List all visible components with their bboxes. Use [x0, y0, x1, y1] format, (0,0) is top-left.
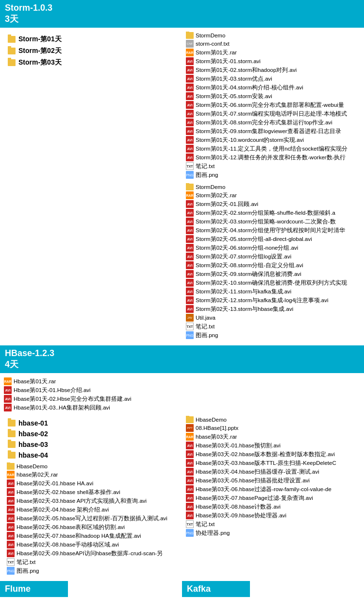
list-item[interactable]: TXT笔记.txt	[185, 162, 361, 171]
txt-icon: TXT	[186, 323, 194, 330]
list-item[interactable]: RARHbase第01天.rar	[3, 377, 361, 386]
list-item[interactable]: AVIStorm第01天-07.storm编程实现电话呼叫日志处理-本地模式	[185, 109, 361, 118]
file-label: Storm第02天-10.storm确保消息被消费-使用双列列方式实现	[196, 279, 347, 287]
list-item[interactable]: HbaseDemo	[6, 462, 176, 470]
list-item[interactable]: AVIStorm第02天-02.storm分组策略-shuffle-field-…	[185, 208, 361, 217]
list-item[interactable]: PPT08.HBase[1].pptx	[185, 424, 361, 432]
avi-icon: AVI	[186, 154, 194, 161]
avi-icon: AVI	[186, 145, 194, 153]
list-item[interactable]: AVIHbase第03天-03.hbase版本TTL-原生扫描-KeepDele…	[185, 459, 361, 467]
list-item[interactable]: AVIStorm第02天-03.storm分组策略-wordcount-二次聚合…	[185, 217, 361, 226]
list-item[interactable]: AVIHbase第02天-04.hbase 架构介绍.avi	[6, 505, 176, 514]
list-item[interactable]: AVIHbase第03天-02.hbase版本数据-检查时版本数指定.avi	[185, 450, 361, 459]
list-item[interactable]: AVIHbase第03天-01.hbase预切割.avi	[185, 441, 361, 450]
sidebar-item-hbase02[interactable]: hbase-02	[3, 428, 179, 439]
list-item[interactable]: AVIStorm第02天-04.storm分组使用守护线程按时间片定时清华	[185, 226, 361, 235]
conf-icon: CNF	[186, 40, 194, 48]
list-item[interactable]: AVIStorm第02天-11.storm与kafka集成.avi	[185, 287, 361, 296]
list-item[interactable]: AVIStorm第02天-05.storm分组-all-direct-globa…	[185, 235, 361, 243]
list-item[interactable]: AVIStorm第02天-12.storm与kafka集成-log4j注意事项.…	[185, 296, 361, 305]
list-item[interactable]: RARStorm第02天.rar	[185, 191, 361, 200]
list-item[interactable]: JAVUtil.java	[185, 313, 361, 322]
list-item[interactable]: CNFstorm-conf.txt	[185, 39, 361, 48]
pptx-icon: PPT	[186, 424, 194, 432]
file-label: Hbase第02天-01.hbase HA.avi	[17, 480, 93, 487]
file-label: Storm第01天-02.storm和hadoop对列.avi	[196, 67, 297, 74]
folder-icon	[186, 32, 194, 39]
list-item[interactable]: AVIHbase第03天-07.hbasePage过滤-复杂查询.avi	[185, 494, 361, 502]
list-item[interactable]: AVIHbase第02天-09.hbaseAPI访问hbase数据库-crud-…	[6, 549, 176, 558]
sidebar-item-storm02[interactable]: Storm-第02天	[3, 45, 179, 57]
list-item[interactable]: AVIHbase第01天-01.Hbse介绍.avi	[3, 386, 361, 394]
folder-icon-hbase04	[8, 452, 16, 459]
txt-icon: TXT	[186, 520, 194, 528]
list-item[interactable]: AVIStorm第01天-06.storm完全分布式集群部署和配置-webui量	[185, 101, 361, 109]
list-item[interactable]: AVIStorm第01天-03.storm优点.avi	[185, 74, 361, 83]
list-item[interactable]: AVIStorm第01天-09.storm集群logviewer查看器进程-日志…	[185, 127, 361, 136]
avi-icon: AVI	[186, 244, 194, 252]
storm-day2-left	[0, 181, 182, 342]
sidebar-item-storm03[interactable]: Storm-第03天	[3, 57, 179, 68]
list-item[interactable]: StormDemo	[185, 183, 361, 191]
flume-header-text: Flume	[5, 584, 31, 594]
list-item[interactable]: AVIStorm第02天-06.storm分组-none分组.avi	[185, 243, 361, 252]
file-label: 笔记.txt	[196, 521, 215, 528]
list-item[interactable]: AVIHbase第02天-06.hbase表和区域的切割.avi	[6, 523, 176, 531]
list-item[interactable]: AVIStorm第02天-08.storm分组-自定义分组.avi	[185, 261, 361, 270]
list-item[interactable]: RARhbase第02天.rar	[6, 470, 176, 479]
list-item[interactable]: AVIHbase第03天-08.hbase计数器.avi	[185, 502, 361, 511]
list-item[interactable]: AVIStorm第02天-09.storm确保消息被消费.avi	[185, 270, 361, 278]
list-item[interactable]: AVIStorm第01天-05.storm安装.avi	[185, 92, 361, 101]
list-item[interactable]: AVIHbase第03天-09.hbase协处理器.avi	[185, 511, 361, 520]
list-item[interactable]: AVIHbase第02天-05.hbase写入过程剖析-百万数据插入测试.avi	[6, 514, 176, 523]
list-item[interactable]: AVIStorm第02天-10.storm确保消息被消费-使用双列列方式实现	[185, 278, 361, 287]
hbase-header-block: HBase-1.2.3 4天	[0, 345, 364, 373]
list-item[interactable]: AVIHbase第03天-06.hbase过滤器-row-family-col-…	[185, 485, 361, 494]
list-item[interactable]: AVIStorm第01天-10.wordcount的storm实现.avi	[185, 136, 361, 144]
list-item[interactable]: AVIStorm第01天-01.storm.avi	[185, 57, 361, 66]
list-item[interactable]: AVIStorm第01天-11.定义工具类，使用nc结合socket编程实现分	[185, 144, 361, 153]
file-label: Hbase第02天-05.hbase写入过程剖析-百万数据插入测试.avi	[17, 515, 167, 522]
list-item[interactable]: AVIHbase第01天-03..HA集群架构回顾.avi	[3, 403, 361, 412]
list-item[interactable]: AVIHbase第03天-04.hbase扫描器缓存-设置-测试.avi	[185, 467, 361, 476]
list-item[interactable]: TXT笔记.txt	[6, 558, 176, 566]
list-item[interactable]: AVIHbase第02天-07.hbase和hadoop HA集成配置.avi	[6, 531, 176, 540]
list-item[interactable]: AVIHbase第03天-05.hbase扫描器批处理设置.avi	[185, 476, 361, 485]
list-item[interactable]: AVIHbase第02天-08.hbase手动移动区域.avi	[6, 540, 176, 549]
list-item[interactable]: HbaseDemo	[185, 416, 361, 424]
list-item[interactable]: AVIStorm第02天-01.回顾.avi	[185, 200, 361, 208]
file-label: 图画.png	[17, 567, 39, 575]
sidebar-item-hbase03[interactable]: hbase-03	[3, 439, 179, 450]
list-item[interactable]: PNG协处理器.png	[185, 529, 361, 537]
list-item[interactable]: AVIStorm第01天-04.storm构介绍-核心组件.avi	[185, 83, 361, 92]
list-item[interactable]: AVIStorm第02天-07.storm分组log设置.avi	[185, 252, 361, 261]
list-item[interactable]: AVIStorm第02天-13.storm与hbase集成.avi	[185, 305, 361, 313]
list-item[interactable]: AVIStorm第01天-02.storm和hadoop对列.avi	[185, 66, 361, 74]
list-item[interactable]: AVIStorm第01天-12.调整任务的并发度和任务数-worker数-执行	[185, 153, 361, 162]
file-label: 笔记.txt	[196, 163, 215, 170]
list-item[interactable]: AVIStorm第01天-08.storm完全分布式集群运行top作业.avi	[185, 118, 361, 127]
list-item[interactable]: PNG图画.png	[185, 171, 361, 179]
list-item[interactable]: TXT笔记.txt	[185, 322, 361, 331]
list-item[interactable]: StormDemo	[185, 32, 361, 39]
storm-folders-list: Storm-第01天 Storm-第02天 Storm-第03天	[3, 32, 179, 70]
list-item[interactable]: PNG图画.png	[185, 331, 361, 340]
list-item[interactable]: TXT笔记.txt	[185, 520, 361, 529]
java-icon: JAV	[186, 314, 194, 322]
list-item[interactable]: RARStorm第01天.rar	[185, 48, 361, 57]
kafka-header-text: Kafka	[187, 584, 211, 594]
sidebar-item-storm01[interactable]: Storm-第01天	[3, 34, 179, 45]
storm-header-text: Storm-1.0.3	[5, 3, 52, 13]
sidebar-item-hbase04[interactable]: hbase-04	[3, 450, 179, 461]
avi-icon: AVI	[186, 75, 194, 83]
list-item[interactable]: RARhbase第03天.rar	[185, 432, 361, 441]
list-item[interactable]: AVIHbase第01天-02.Hbse完全分布式集群搭建.avi	[3, 394, 361, 403]
list-item[interactable]: PNG图画.png	[6, 566, 176, 575]
hbase-folder04-label: hbase-04	[18, 451, 48, 459]
list-item[interactable]: AVIHbase第02天-02.hbase shell基本操作.avi	[6, 488, 176, 496]
sidebar-item-hbase01[interactable]: hbase-01	[3, 418, 179, 428]
list-item[interactable]: AVIHbase第02天-01.hbase HA.avi	[6, 479, 176, 488]
list-item[interactable]: AVIHbase第02天-03.hbase API方式实现插入和查询.avi	[6, 496, 176, 505]
hbase-day1-top: RARHbase第01天.rarAVIHbase第01天-01.Hbse介绍.a…	[0, 375, 364, 414]
flume-header: Flume	[0, 581, 68, 597]
